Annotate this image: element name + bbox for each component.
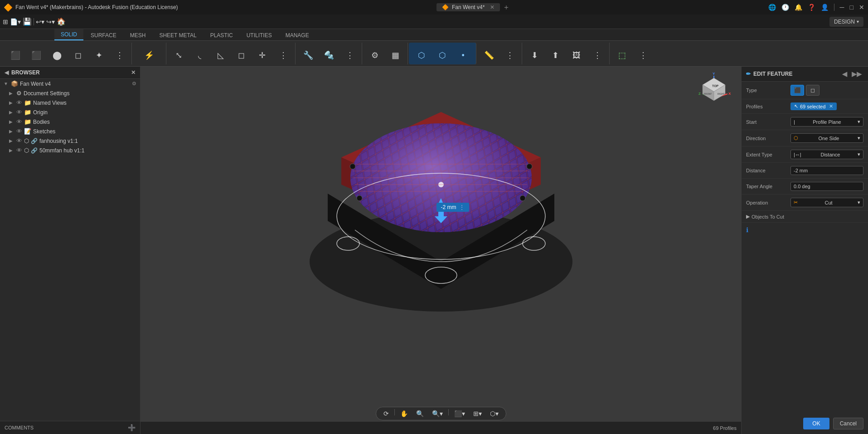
- active-tab-label[interactable]: 🔶 Fan Went v4* ✕: [436, 3, 500, 11]
- tree-item-fanhousing[interactable]: ▶ 👁 ⬡ 🔗 fanhousing v1:1: [0, 136, 140, 146]
- extent-type-select[interactable]: |↔| Distance ▾: [790, 150, 863, 159]
- automate-btn[interactable]: ⚡: [139, 44, 159, 66]
- sidebar-back-icon[interactable]: ◀: [5, 69, 9, 76]
- dimension-popup[interactable]: -2 mm ⋮: [436, 203, 469, 212]
- tab-x-icon[interactable]: ✕: [490, 4, 495, 10]
- save-icon[interactable]: 💾: [23, 17, 32, 26]
- profiles-x-icon[interactable]: ✕: [829, 103, 833, 109]
- tab-surface[interactable]: SURFACE: [84, 30, 123, 40]
- distance-input[interactable]: [790, 166, 863, 175]
- viewport[interactable]: -2 mm ⋮ TOP FRONT RIGHT Y X Z: [141, 67, 741, 434]
- file-menu-icon[interactable]: 📄▾: [10, 18, 21, 25]
- chamfer-btn[interactable]: ◺: [211, 44, 231, 66]
- eye-icon-sketches[interactable]: 👁: [16, 128, 22, 135]
- tab-plastic[interactable]: PLASTIC: [204, 30, 239, 40]
- insert-derive-btn[interactable]: ⬇: [525, 44, 545, 66]
- new-component-btn[interactable]: ⬛: [5, 44, 25, 66]
- assemble-btn[interactable]: 🔧: [298, 44, 318, 66]
- insert-image-btn[interactable]: 🖼: [567, 44, 587, 66]
- tree-item-origin[interactable]: ▶ 👁 📁 Origin: [0, 107, 140, 117]
- sweep-btn[interactable]: ◻: [68, 44, 88, 66]
- tree-item-docsettings[interactable]: ▶ ⚙ Document Settings: [0, 88, 140, 98]
- panel-prev-icon[interactable]: ◀: [840, 70, 849, 78]
- inspect-more-btn[interactable]: ⋮: [500, 44, 520, 66]
- assemble-more-btn[interactable]: ⋮: [340, 44, 360, 66]
- display-mode-icon[interactable]: ⬛▾: [451, 409, 468, 418]
- zoom-dropdown-icon[interactable]: 🔍▾: [429, 409, 446, 418]
- globe-icon[interactable]: 🌐: [768, 4, 776, 11]
- grid-icon[interactable]: ⊞: [3, 18, 8, 25]
- profiles-badge[interactable]: ↖ 69 selected ✕: [790, 102, 837, 110]
- tree-item-namedviews[interactable]: ▶ 👁 📁 Named Views: [0, 98, 140, 107]
- tab-solid[interactable]: SOLID: [54, 29, 83, 40]
- operation-label: Operation: [746, 200, 787, 205]
- measure-btn[interactable]: 📏: [479, 44, 499, 66]
- comments-add-icon[interactable]: ➕: [128, 424, 136, 431]
- bell-icon[interactable]: 🔔: [795, 4, 802, 11]
- tab-utilities[interactable]: UTILITIES: [240, 30, 278, 40]
- home-icon[interactable]: 🏠: [57, 17, 66, 26]
- eye-icon-bodies[interactable]: 👁: [16, 118, 22, 125]
- taper-input[interactable]: [790, 182, 863, 191]
- move-btn[interactable]: ✛: [252, 44, 272, 66]
- eye-icon-fanhub[interactable]: 👁: [16, 147, 22, 154]
- minimize-icon[interactable]: ─: [840, 4, 844, 11]
- close-icon[interactable]: ✕: [859, 4, 864, 11]
- eye-icon-fanhousing[interactable]: 👁: [16, 137, 22, 144]
- construct-axis-btn[interactable]: ⬡: [432, 44, 452, 66]
- undo-icon[interactable]: ↩▾: [36, 18, 44, 25]
- env-icon[interactable]: ⬡▾: [487, 409, 501, 418]
- start-chevron-icon: ▾: [858, 119, 860, 125]
- insert-svg-btn[interactable]: ⬆: [546, 44, 566, 66]
- tab-manage[interactable]: MANAGE: [279, 30, 315, 40]
- table-btn[interactable]: ▦: [386, 44, 406, 66]
- user-icon[interactable]: 👤: [821, 4, 829, 11]
- eye-icon-origin[interactable]: 👁: [16, 109, 22, 116]
- panel-next-icon[interactable]: ▶▶: [850, 70, 863, 78]
- start-select[interactable]: | Profile Plane ▾: [790, 117, 863, 127]
- select-more-btn[interactable]: ⋮: [633, 44, 653, 66]
- operation-select[interactable]: ✂ Cut ▾: [790, 198, 863, 207]
- pan-icon[interactable]: ✋: [398, 409, 411, 418]
- zoom-icon[interactable]: 🔍: [413, 409, 427, 418]
- sidebar-close-icon[interactable]: ✕: [131, 69, 136, 76]
- redo-icon[interactable]: ↪▾: [46, 18, 55, 25]
- help-icon[interactable]: ❓: [808, 4, 815, 11]
- objects-to-cut-section[interactable]: ▶ Objects To Cut: [742, 211, 868, 223]
- configure-btn[interactable]: ⚙: [365, 44, 385, 66]
- tab-sheet-metal[interactable]: SHEET METAL: [153, 30, 203, 40]
- settings-icon-root[interactable]: ⚙: [132, 81, 136, 87]
- design-dropdown[interactable]: DESIGN ▾: [829, 17, 863, 27]
- eye-icon-namedviews[interactable]: 👁: [16, 99, 22, 106]
- type-btn-surface[interactable]: ◻: [806, 85, 820, 96]
- construct-point-btn[interactable]: •: [453, 44, 473, 66]
- clock-icon[interactable]: 🕐: [781, 4, 789, 11]
- fillet-btn[interactable]: ◟: [190, 44, 210, 66]
- maximize-icon[interactable]: □: [850, 4, 853, 11]
- ok-button[interactable]: OK: [803, 418, 829, 429]
- revolve-btn[interactable]: ⬤: [47, 44, 67, 66]
- insert-more-btn[interactable]: ⋮: [587, 44, 607, 66]
- loft-btn[interactable]: ✦: [89, 44, 109, 66]
- tree-item-fanhub[interactable]: ▶ 👁 ⬡ 🔗 50mmfan hub v1:1: [0, 146, 140, 155]
- orbit-icon[interactable]: ⟳: [381, 409, 392, 418]
- type-btn-solid[interactable]: ⬛: [790, 85, 804, 96]
- tree-item-root[interactable]: ▼ 📦 Fan Went v4 ⚙: [0, 79, 140, 88]
- press-pull-btn[interactable]: ⤡: [169, 44, 189, 66]
- extrude-btn[interactable]: ⬛: [26, 44, 46, 66]
- view-cube[interactable]: TOP FRONT RIGHT Y X Z: [696, 71, 732, 107]
- shell-btn[interactable]: ◻: [232, 44, 252, 66]
- tab-mesh[interactable]: MESH: [124, 30, 152, 40]
- tree-item-bodies[interactable]: ▶ 👁 📁 Bodies: [0, 117, 140, 127]
- construct-plane-btn[interactable]: ⬡: [412, 44, 432, 66]
- tree-item-sketches[interactable]: ▶ 👁 📝 Sketches: [0, 127, 140, 136]
- grid-icon[interactable]: ⊞▾: [470, 409, 485, 418]
- joint-btn[interactable]: 🔩: [319, 44, 339, 66]
- new-tab-icon[interactable]: ＋: [503, 3, 510, 12]
- dim-menu-icon[interactable]: ⋮: [459, 204, 465, 210]
- modify-more-btn[interactable]: ⋮: [273, 44, 293, 66]
- select-btn[interactable]: ⬚: [612, 44, 632, 66]
- cancel-button[interactable]: Cancel: [833, 418, 863, 429]
- create-more-btn[interactable]: ⋮: [110, 44, 130, 66]
- direction-select[interactable]: ⬡ One Side ▾: [790, 133, 863, 143]
